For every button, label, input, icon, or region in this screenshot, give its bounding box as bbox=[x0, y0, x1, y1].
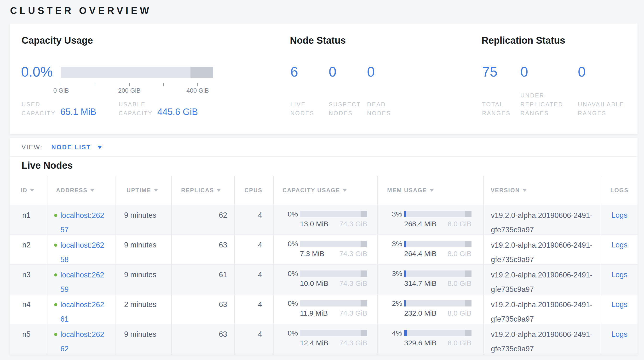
usage-used-value: 12.4 MiB bbox=[300, 339, 328, 347]
node-status-title: Node Status bbox=[290, 35, 346, 46]
sort-arrow-icon bbox=[217, 189, 221, 192]
uptime-cell: 2 minutes bbox=[116, 294, 172, 324]
live-nodes-title: Live Nodes bbox=[22, 160, 72, 171]
view-bar: VIEW: NODE LIST bbox=[10, 138, 638, 156]
total-ranges-count: 75 bbox=[482, 64, 498, 79]
logs-link[interactable]: Logs bbox=[612, 211, 628, 219]
empty-cell bbox=[601, 354, 638, 354]
version-cell: v19.2.0-alpha.20190606-2491-gfe735c9a97 bbox=[484, 205, 601, 235]
empty-cell bbox=[484, 354, 601, 354]
usage-percent-label: 2% bbox=[381, 299, 402, 307]
capacity-meter-bar bbox=[61, 67, 213, 78]
node-live-status-dot-icon bbox=[54, 244, 57, 247]
table-body: n1localhost:262579 minutes6240%13.0 MiB7… bbox=[10, 205, 638, 354]
capacity-meter-unusable-segment bbox=[190, 67, 213, 78]
capacity-usage-title: Capacity Usage bbox=[22, 35, 93, 46]
view-mode-dropdown[interactable]: NODE LIST bbox=[51, 143, 102, 151]
column-header-capacity-usage[interactable]: CAPACITY USAGE bbox=[274, 176, 378, 205]
column-header-label: UPTIME bbox=[126, 187, 151, 194]
column-header-version[interactable]: VERSION bbox=[484, 176, 601, 205]
replicas-cell: 62 bbox=[172, 205, 235, 235]
table-row: n4localhost:262612 minutes6340%11.9 MiB7… bbox=[10, 294, 638, 324]
column-header-address[interactable]: ADDRESS bbox=[48, 176, 116, 205]
address-link[interactable]: localhost:26257 bbox=[60, 211, 115, 235]
usage-bar-end-segment bbox=[360, 330, 367, 336]
usage-total-value: 8.0 GiB bbox=[448, 309, 472, 317]
usage-percent-label: 0% bbox=[277, 240, 298, 248]
usage-percent-label: 3% bbox=[381, 270, 402, 278]
chevron-down-icon bbox=[97, 146, 102, 149]
column-header-logs: LOGS bbox=[601, 176, 638, 205]
version-cell: v19.2.0-alpha.20190606-2491-gfe735c9a97 bbox=[484, 324, 601, 353]
logs-link[interactable]: Logs bbox=[612, 330, 628, 338]
column-header-cpus: CPUS bbox=[235, 176, 274, 205]
under-replicated-ranges-count: 0 bbox=[520, 64, 528, 79]
version-cell: v19.2.0-alpha.20190606-2491-gfe735c9a97 bbox=[484, 235, 601, 264]
usage-total-value: 8.0 GiB bbox=[448, 339, 472, 347]
usage-bar-fill bbox=[404, 241, 406, 247]
usage-bar-end-segment bbox=[465, 211, 472, 217]
usage-bar-end-segment bbox=[465, 270, 472, 277]
dead-nodes-label: DEADNODES bbox=[367, 100, 391, 118]
replicas-cell: 61 bbox=[172, 265, 235, 294]
table-row: n5localhost:262629 minutes6340%12.4 MiB7… bbox=[10, 324, 638, 353]
column-header-uptime[interactable]: UPTIME bbox=[116, 176, 172, 205]
usage-used-value: 13.0 MiB bbox=[300, 220, 328, 228]
usage-percent-label: 0% bbox=[277, 299, 298, 307]
table-header-row: IDADDRESSUPTIMEREPLICASCPUSCAPACITY USAG… bbox=[10, 176, 638, 205]
address-cell: localhost:26258 bbox=[48, 235, 116, 264]
cpus-cell: 4 bbox=[235, 324, 274, 353]
address-link[interactable]: localhost:26261 bbox=[60, 300, 115, 324]
unavailable-ranges-label: UNAVAILABLERANGES bbox=[578, 100, 624, 118]
uptime-cell: 9 minutes bbox=[116, 235, 172, 264]
node-live-status-dot-icon bbox=[54, 214, 57, 217]
capacity-usage-cell: 0%7.3 MiB74.3 GiB bbox=[274, 235, 378, 264]
column-header-mem-usage[interactable]: MEM USAGE bbox=[378, 176, 484, 205]
axis-tick bbox=[61, 83, 61, 86]
logs-link[interactable]: Logs bbox=[612, 241, 628, 249]
axis-label-200gib: 200 GiB bbox=[110, 87, 148, 94]
usage-used-value: 232.0 MiB bbox=[404, 309, 436, 317]
usage-bar-end-segment bbox=[465, 300, 472, 306]
used-capacity-value: 65.1 MiB bbox=[60, 107, 96, 117]
node-live-status-dot-icon bbox=[54, 273, 57, 276]
column-header-replicas[interactable]: REPLICAS bbox=[172, 176, 235, 205]
axis-tick bbox=[163, 83, 164, 86]
usage-used-value: 268.4 MiB bbox=[404, 220, 436, 228]
address-link[interactable]: localhost:26258 bbox=[60, 241, 115, 264]
capacity-usage-cell: 0%11.9 MiB74.3 GiB bbox=[274, 294, 378, 324]
column-header-id[interactable]: ID bbox=[10, 176, 48, 205]
sort-arrow-icon bbox=[523, 189, 526, 192]
mem-usage-cell: 3%314.7 MiB8.0 GiB bbox=[378, 265, 484, 294]
cpus-cell: 4 bbox=[235, 235, 274, 264]
empty-cell bbox=[274, 354, 378, 354]
usage-percent-label: 0% bbox=[277, 210, 298, 218]
usage-bar-end-segment bbox=[360, 241, 367, 247]
usage-bar bbox=[300, 300, 367, 306]
mem-usage-cell: 2%232.0 MiB8.0 GiB bbox=[378, 294, 484, 324]
dead-nodes-count: 0 bbox=[367, 64, 375, 79]
usage-used-value: 7.3 MiB bbox=[300, 250, 324, 258]
address-link[interactable]: localhost:26259 bbox=[60, 270, 115, 294]
total-ranges-label: TOTALRANGES bbox=[482, 100, 510, 118]
usage-used-value: 264.4 MiB bbox=[404, 250, 436, 258]
replicas-cell: 63 bbox=[172, 324, 235, 353]
used-capacity-label: USEDCAPACITY bbox=[22, 100, 56, 118]
usage-bar-fill bbox=[404, 330, 407, 336]
usage-total-value: 74.3 GiB bbox=[339, 220, 367, 228]
address-link[interactable]: localhost:26262 bbox=[60, 330, 115, 353]
usage-bar bbox=[404, 241, 472, 247]
logs-link[interactable]: Logs bbox=[612, 300, 628, 309]
table-row: n3localhost:262599 minutes6140%10.0 MiB7… bbox=[10, 264, 638, 294]
address-cell: localhost:26261 bbox=[48, 294, 116, 324]
usage-percent-label: 0% bbox=[277, 329, 298, 337]
logs-link[interactable]: Logs bbox=[612, 270, 628, 279]
page-title: CLUSTER OVERVIEW bbox=[10, 5, 152, 16]
column-header-label: VERSION bbox=[491, 187, 520, 194]
column-header-label: CPUS bbox=[244, 187, 262, 194]
usage-percent-label: 0% bbox=[277, 270, 298, 278]
sort-arrow-icon bbox=[343, 189, 347, 192]
live-nodes-count: 6 bbox=[290, 64, 298, 79]
usage-total-value: 74.3 GiB bbox=[339, 339, 367, 347]
uptime-cell: 9 minutes bbox=[116, 265, 172, 294]
